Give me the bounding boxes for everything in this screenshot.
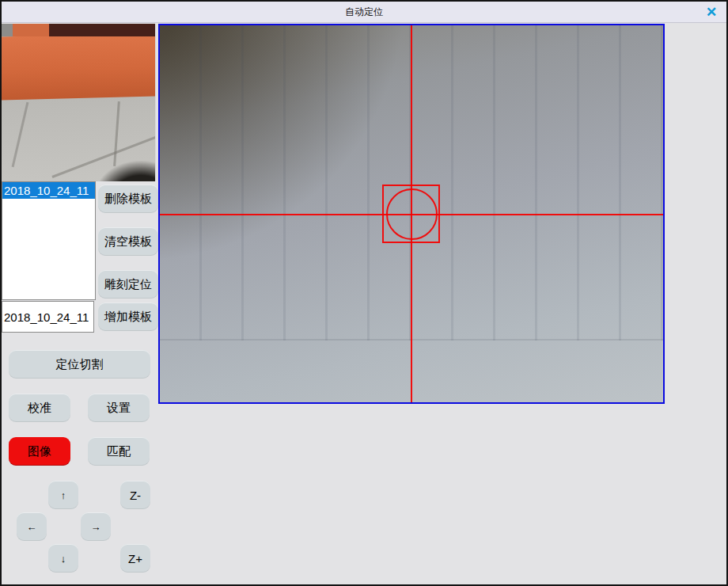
- add-template-button[interactable]: 增加模板: [98, 303, 158, 331]
- delete-template-button[interactable]: 删除模板: [98, 185, 158, 213]
- auto-position-window: 自动定位 ✕ 2018_10_24_11 删除模板 清空模板 雕刻定位 增加模板…: [0, 0, 728, 586]
- thumb-tile-line: [12, 102, 29, 168]
- thumb-top-strip: [2, 24, 155, 36]
- template-preview-image: [2, 24, 156, 181]
- image-button[interactable]: 图像: [9, 437, 70, 466]
- template-list[interactable]: 2018_10_24_11: [2, 181, 96, 300]
- thumb-orange-beam: [2, 32, 156, 101]
- template-name-input[interactable]: [2, 301, 94, 333]
- target-circle: [386, 188, 438, 240]
- camera-view[interactable]: [158, 24, 665, 404]
- engrave-position-button[interactable]: 雕刻定位: [98, 270, 158, 299]
- jog-z-plus-button[interactable]: Z+: [120, 544, 150, 573]
- jog-z-minus-button[interactable]: Z-: [120, 481, 150, 509]
- calibrate-button[interactable]: 校准: [9, 394, 70, 422]
- thumb-dark-object: [93, 160, 156, 181]
- template-list-item[interactable]: 2018_10_24_11: [2, 182, 95, 199]
- jog-down-button[interactable]: ↓: [48, 544, 78, 573]
- title-bar: 自动定位 ✕: [2, 2, 726, 23]
- jog-right-button[interactable]: →: [81, 512, 111, 541]
- clear-template-button[interactable]: 清空模板: [98, 227, 158, 256]
- window-title: 自动定位: [345, 6, 383, 19]
- jog-left-button[interactable]: ←: [17, 512, 47, 541]
- jog-up-button[interactable]: ↑: [48, 481, 78, 509]
- thumb-tile-line: [113, 101, 120, 166]
- settings-button[interactable]: 设置: [88, 394, 150, 422]
- match-button[interactable]: 匹配: [88, 437, 150, 466]
- position-cut-button[interactable]: 定位切割: [9, 350, 150, 379]
- close-icon[interactable]: ✕: [701, 3, 722, 21]
